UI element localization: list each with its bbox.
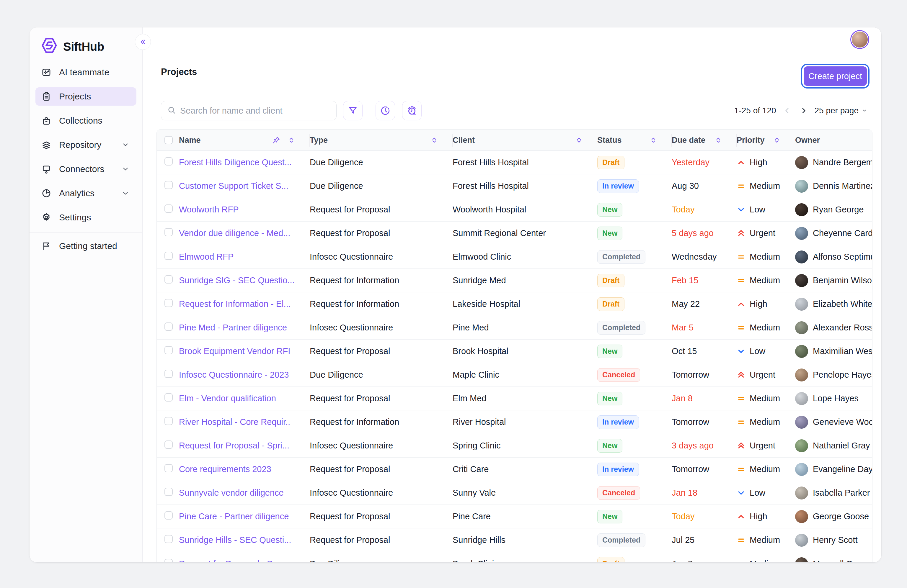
project-name-link[interactable]: Sunridge Hills - SEC Questi... (179, 535, 291, 545)
project-name-link[interactable]: Vendor due diligence - Med... (179, 228, 290, 238)
priority-label: Low (750, 488, 765, 498)
row-checkbox[interactable] (165, 511, 173, 519)
status-badge: Draft (597, 156, 625, 169)
column-header-due-date[interactable]: Due date (672, 134, 737, 147)
row-checkbox[interactable] (165, 181, 173, 189)
project-name-cell: Pine Care - Partner diligence (179, 511, 310, 521)
column-header-status[interactable]: Status (597, 134, 672, 147)
owner-name: Maximilian West (813, 347, 872, 356)
row-checkbox[interactable] (165, 157, 173, 166)
row-checkbox-cell (157, 323, 179, 333)
sort-icon[interactable] (715, 136, 722, 144)
sidebar-item-ai-teammate[interactable]: AI teammate (35, 63, 136, 81)
column-label: Type (310, 136, 328, 145)
row-checkbox[interactable] (165, 275, 173, 283)
sort-icon[interactable] (288, 136, 295, 144)
status-badge: Draft (597, 274, 625, 288)
user-avatar[interactable] (852, 32, 868, 48)
project-name-link[interactable]: Elm - Vendor qualification (179, 393, 276, 403)
row-checkbox[interactable] (165, 370, 173, 378)
project-type-cell: Request for Information (310, 276, 453, 285)
avatar (795, 156, 808, 169)
row-checkbox[interactable] (165, 228, 173, 236)
project-name-link[interactable]: Pine Med - Partner diligence (179, 323, 287, 332)
project-name-link[interactable]: Pine Care - Partner diligence (179, 511, 289, 521)
priority-cell: High (737, 299, 795, 309)
row-checkbox[interactable] (165, 393, 173, 401)
row-checkbox[interactable] (165, 559, 173, 562)
history-button[interactable] (375, 101, 395, 120)
sort-icon[interactable] (575, 136, 583, 144)
table-row: Sunridge SIG - SEC Questio... Request fo… (157, 269, 872, 292)
select-all-checkbox[interactable] (165, 136, 173, 144)
row-checkbox[interactable] (165, 346, 173, 354)
priority-label: Medium (750, 559, 780, 562)
row-checkbox[interactable] (165, 252, 173, 260)
column-header-client[interactable]: Client (453, 134, 597, 147)
project-name-link[interactable]: Sunnyvale vendor diligence (179, 488, 284, 497)
sidebar-collapse-button[interactable] (135, 34, 151, 50)
due-date-cell: Mar 5 (672, 323, 737, 332)
sidebar-item-getting-started[interactable]: Getting started (35, 237, 136, 255)
sidebar-item-connectors[interactable]: Connectors (35, 160, 136, 178)
project-name-cell: Request for Proposal - Pro... (179, 559, 310, 562)
project-name-link[interactable]: Core requirements 2023 (179, 464, 271, 474)
owner-cell: George Goose (795, 510, 872, 523)
project-name-link[interactable]: Customer Support Ticket S... (179, 181, 288, 190)
row-checkbox[interactable] (165, 535, 173, 543)
status-badge: New (597, 203, 622, 217)
row-checkbox[interactable] (165, 417, 173, 425)
row-checkbox[interactable] (165, 299, 173, 307)
row-checkbox[interactable] (165, 323, 173, 331)
row-checkbox[interactable] (165, 488, 173, 496)
sidebar-item-repository[interactable]: Repository (35, 136, 136, 154)
owner-name: Elizabeth White (813, 299, 872, 309)
sidebar-item-analytics[interactable]: Analytics (35, 184, 136, 202)
priority-label: High (750, 299, 768, 309)
priority-medium-icon (737, 394, 745, 403)
search-input[interactable] (180, 106, 330, 116)
priority-cell: Urgent (737, 228, 795, 238)
column-header-type[interactable]: Type (310, 134, 453, 147)
filter-button[interactable] (343, 101, 362, 120)
project-name-link[interactable]: Forest Hills Diligence Quest... (179, 158, 292, 167)
project-name-link[interactable]: Woolworth RFP (179, 205, 239, 214)
sort-icon[interactable] (773, 136, 780, 144)
column-header-priority[interactable]: Priority (737, 134, 795, 147)
priority-urgent-icon (737, 441, 745, 450)
sidebar-item-collections[interactable]: Collections (35, 112, 136, 130)
sidebar-item-projects[interactable]: Projects (35, 87, 136, 105)
project-type-cell: Due Diligence (310, 559, 453, 562)
owner-name: Evangeline Day (813, 464, 872, 474)
project-name-link[interactable]: Request for Proposal - Spri... (179, 441, 289, 450)
project-name-link[interactable]: Brook Equipment Vendor RFI (179, 347, 290, 356)
pagination-next-button[interactable] (798, 105, 809, 116)
project-type-cell: Infosec Questionnaire (310, 488, 453, 498)
row-checkbox[interactable] (165, 464, 173, 472)
sort-icon[interactable] (649, 136, 657, 144)
row-checkbox[interactable] (165, 441, 173, 449)
priority-cell: Medium (737, 181, 795, 191)
owner-name: Nathaniel Gray (813, 441, 870, 451)
project-name-link[interactable]: Elmwood RFP (179, 252, 234, 261)
row-checkbox-cell (157, 157, 179, 168)
project-name-link[interactable]: River Hospital - Core Requir.. (179, 417, 290, 427)
priority-cell: Urgent (737, 370, 795, 380)
project-name-link[interactable]: Request for Proposal - Pro... (179, 559, 288, 562)
pagination-prev-button[interactable] (782, 105, 793, 116)
table-row: Pine Care - Partner diligence Request fo… (157, 505, 872, 529)
project-name-link[interactable]: Infosec Questionnaire - 2023 (179, 370, 289, 379)
pagination-range: 1-25 of 120 (734, 106, 776, 115)
row-checkbox[interactable] (165, 205, 173, 213)
project-name-link[interactable]: Sunridge SIG - SEC Questio... (179, 276, 295, 285)
project-name-link[interactable]: Request for Information - El... (179, 299, 291, 308)
sort-icon[interactable] (431, 136, 438, 144)
pin-icon[interactable] (272, 136, 280, 145)
reminders-button[interactable] (402, 101, 421, 120)
per-page-select[interactable]: 25 per page (815, 106, 867, 115)
sidebar-item-settings[interactable]: Settings (35, 208, 136, 227)
sidebar-item-label: Repository (59, 140, 101, 150)
column-header-name[interactable]: Name (179, 134, 310, 147)
create-project-button[interactable]: Create project (804, 66, 867, 86)
status-badge: New (597, 510, 622, 523)
